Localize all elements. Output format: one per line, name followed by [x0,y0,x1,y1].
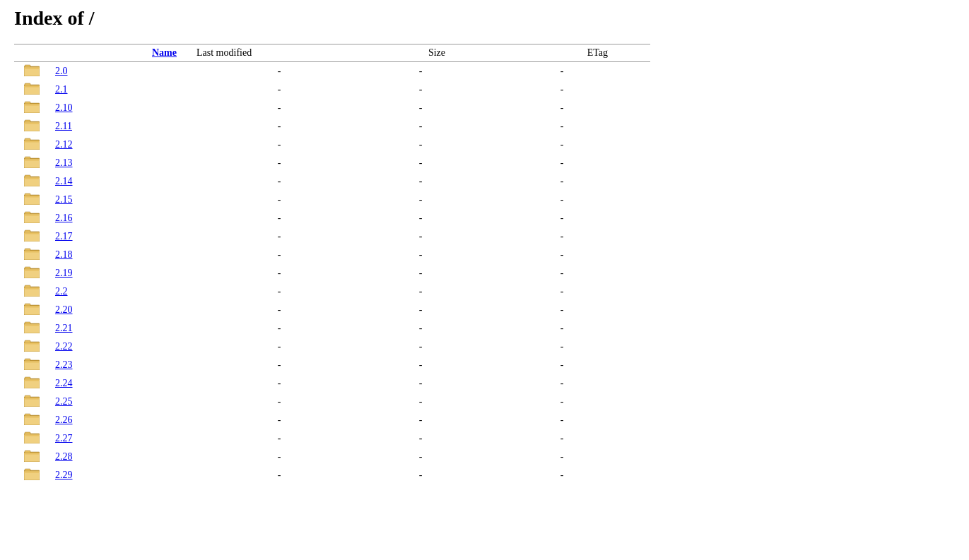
table-row: 2.26--- [14,411,650,429]
folder-icon [24,82,40,95]
folder-link[interactable]: 2.29 [55,470,73,480]
folder-icon-cell [14,227,49,246]
size-cell: - [368,466,474,484]
folder-name-cell[interactable]: 2.18 [49,246,191,264]
size-cell: - [368,338,474,356]
folder-name-cell[interactable]: 2.21 [49,319,191,338]
size-cell: - [368,319,474,338]
folder-icon [24,229,40,242]
folder-name-cell[interactable]: 2.19 [49,264,191,282]
name-sort-link[interactable]: Name [152,47,177,58]
modified-cell: - [191,466,368,484]
page-title: Index of / [14,7,955,30]
folder-icon-cell [14,154,49,172]
folder-link[interactable]: 2.2 [55,286,68,297]
folder-icon-cell [14,246,49,264]
folder-link[interactable]: 2.22 [55,341,73,352]
modified-cell: - [191,136,368,154]
etag-cell: - [474,356,650,374]
folder-name-cell[interactable]: 2.12 [49,136,191,154]
folder-name-cell[interactable]: 2.26 [49,411,191,429]
table-row: 2.13--- [14,154,650,172]
folder-link[interactable]: 2.27 [55,433,73,443]
etag-cell: - [474,411,650,429]
folder-name-cell[interactable]: 2.29 [49,466,191,484]
table-row: 2.1--- [14,81,650,99]
folder-icon-cell [14,172,49,191]
folder-icon [24,174,40,186]
etag-cell: - [474,154,650,172]
modified-cell: - [191,99,368,117]
folder-link[interactable]: 2.0 [55,66,68,76]
modified-cell: - [191,411,368,429]
folder-link[interactable]: 2.26 [55,415,73,425]
folder-name-cell[interactable]: 2.0 [49,62,191,81]
folder-link[interactable]: 2.16 [55,213,73,223]
folder-link[interactable]: 2.14 [55,176,73,186]
folder-icon [24,284,40,297]
table-row: 2.14--- [14,172,650,191]
folder-name-cell[interactable]: 2.28 [49,448,191,466]
modified-cell: - [191,246,368,264]
folder-link[interactable]: 2.28 [55,451,73,462]
folder-icon [24,412,40,425]
svg-rect-104 [24,435,40,436]
folder-link[interactable]: 2.23 [55,359,73,370]
folder-link[interactable]: 2.11 [55,121,72,131]
folder-icon [24,431,40,443]
etag-cell: - [474,264,650,282]
modified-cell: - [191,338,368,356]
size-cell: - [368,393,474,411]
svg-rect-4 [24,68,40,69]
etag-cell: - [474,172,650,191]
folder-link[interactable]: 2.20 [55,304,73,315]
folder-link[interactable]: 2.25 [55,396,73,407]
folder-name-cell[interactable]: 2.1 [49,81,191,99]
folder-icon [24,64,40,76]
folder-link[interactable]: 2.1 [55,84,68,95]
table-row: 2.2--- [14,282,650,301]
table-row: 2.15--- [14,191,650,209]
folder-name-cell[interactable]: 2.10 [49,99,191,117]
folder-icon-cell [14,356,49,374]
table-row: 2.23--- [14,356,650,374]
folder-icon-cell [14,191,49,209]
folder-link[interactable]: 2.24 [55,378,73,388]
folder-icon [24,321,40,333]
folder-link[interactable]: 2.17 [55,231,73,242]
size-cell: - [368,81,474,99]
folder-name-cell[interactable]: 2.14 [49,172,191,191]
folder-link[interactable]: 2.13 [55,157,73,168]
folder-link[interactable]: 2.21 [55,323,73,333]
folder-name-cell[interactable]: 2.17 [49,227,191,246]
folder-name-cell[interactable]: 2.27 [49,429,191,448]
folder-name-cell[interactable]: 2.23 [49,356,191,374]
table-row: 2.25--- [14,393,650,411]
folder-name-cell[interactable]: 2.25 [49,393,191,411]
table-row: 2.11--- [14,117,650,136]
folder-link[interactable]: 2.18 [55,249,73,260]
size-cell: - [368,282,474,301]
folder-name-cell[interactable]: 2.16 [49,209,191,227]
table-row: 2.29--- [14,466,650,484]
folder-name-cell[interactable]: 2.20 [49,301,191,319]
modified-cell: - [191,62,368,81]
folder-icon-cell [14,81,49,99]
folder-name-cell[interactable]: 2.24 [49,374,191,393]
folder-name-cell[interactable]: 2.22 [49,338,191,356]
folder-name-cell[interactable]: 2.15 [49,191,191,209]
modified-cell: - [191,81,368,99]
folder-icon [24,192,40,205]
svg-rect-64 [24,288,40,290]
folder-name-cell[interactable]: 2.11 [49,117,191,136]
folder-link[interactable]: 2.15 [55,194,73,205]
modified-cell: - [191,374,368,393]
modified-cell: - [191,393,368,411]
folder-link[interactable]: 2.19 [55,268,73,278]
folder-icon [24,339,40,352]
folder-icon [24,137,40,150]
folder-name-cell[interactable]: 2.13 [49,154,191,172]
folder-link[interactable]: 2.12 [55,139,73,150]
folder-link[interactable]: 2.10 [55,102,73,113]
folder-name-cell[interactable]: 2.2 [49,282,191,301]
